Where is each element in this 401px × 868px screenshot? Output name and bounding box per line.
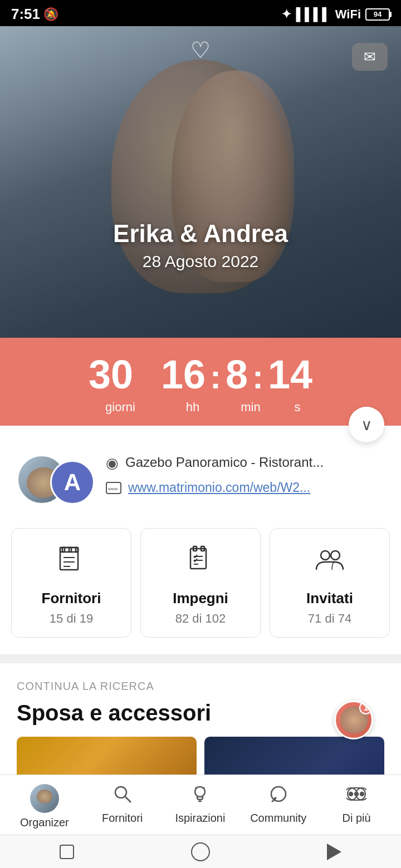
bluetooth-icon: ✦ (281, 7, 291, 22)
countdown-days: 30 (89, 354, 133, 394)
community-icon (268, 784, 288, 808)
status-bar: 7:51 🔕 ✦ ▌▌▌▌ WiFi 94 (0, 0, 401, 26)
hero-text: Erika & Andrea 28 Agosto 2022 (0, 220, 401, 271)
nav-label-organizer: Organizer (20, 816, 69, 829)
notification-badge: 1 (359, 701, 373, 714)
scroll-down-button[interactable]: ∨ (349, 407, 384, 442)
svg-point-25 (271, 787, 286, 801)
nav-item-fornitori[interactable]: Fornitori (95, 784, 150, 829)
info-section: A ◉ Gazebo Panoramico - Ristorant... www… (0, 426, 401, 522)
venue-location-text[interactable]: Gazebo Panoramico - Ristorant... (125, 453, 324, 471)
nav-item-community[interactable]: Community (250, 784, 306, 829)
invitati-icon (315, 545, 344, 581)
fornitori-title: Fornitori (42, 590, 101, 607)
signal-icon: ▌▌▌▌ (296, 7, 330, 22)
sys-recent-button[interactable] (322, 840, 346, 864)
chevron-down-icon: ∨ (361, 416, 373, 434)
search-section-relative: Sposa e accessori 1 (17, 701, 384, 726)
location-icon: ◉ (106, 455, 119, 472)
countdown-minutes: 8 (226, 354, 248, 394)
venue-location-row: ◉ Gazebo Panoramico - Ristorant... (106, 453, 384, 472)
wedding-date: 28 Agosto 2022 (0, 252, 401, 271)
system-nav (0, 835, 401, 868)
countdown-labels: giorni hh min s (11, 400, 390, 415)
status-right: ✦ ▌▌▌▌ WiFi 94 (281, 7, 390, 22)
countdown-row: 30 16 : 8 : 14 (11, 354, 390, 394)
notification-bubble[interactable]: 1 (334, 701, 373, 739)
battery-icon: 94 (365, 8, 390, 21)
wifi-icon: WiFi (335, 7, 361, 22)
mail-button[interactable]: ✉ (352, 43, 388, 71)
cards-section: Fornitori 15 di 19 Impegni 82 di 102 (0, 522, 401, 654)
label-hours: hh (165, 400, 221, 415)
mute-icon: 🔕 (43, 7, 58, 22)
invitati-subtitle: 71 di 74 (308, 611, 351, 626)
card-fornitori[interactable]: Fornitori 15 di 19 (11, 528, 131, 638)
venue-web-row: www www.matrimonio.com/web/W2... (106, 480, 384, 498)
nav-label-di-piu: Di più (343, 812, 371, 825)
fornitori-subtitle: 15 di 19 (50, 611, 93, 626)
countdown-seconds: 14 (268, 354, 312, 394)
countdown-section: 30 16 : 8 : 14 giorni hh min s ∨ (0, 338, 401, 426)
countdown-spacer1 (144, 365, 152, 393)
lightbulb-icon (190, 784, 210, 808)
status-left: 7:51 🔕 (11, 6, 58, 23)
web-icon: www (106, 481, 121, 498)
card-invitati[interactable]: Invitati 71 di 74 (270, 528, 390, 638)
svg-point-26 (349, 792, 353, 796)
countdown-sep2: : (252, 361, 263, 394)
svg-point-18 (115, 787, 126, 798)
svg-text:www: www (107, 486, 118, 491)
svg-point-16 (321, 551, 330, 560)
section-divider (0, 654, 401, 663)
svg-point-17 (331, 551, 340, 560)
impegni-title: Impegni (173, 590, 228, 607)
svg-point-28 (360, 792, 364, 796)
hero-section: ♡ ✉ Erika & Andrea 28 Agosto 2022 (0, 26, 401, 338)
venue-web-link[interactable]: www.matrimonio.com/web/W2... (128, 480, 310, 496)
svg-line-19 (125, 797, 131, 802)
avatar-letter: A (50, 460, 95, 505)
venue-info: ◉ Gazebo Panoramico - Ristorant... www w… (106, 453, 384, 506)
sys-circle-icon (191, 842, 210, 861)
organizer-avatar (30, 784, 59, 813)
sys-home-button[interactable] (188, 840, 213, 864)
fornitori-icon (57, 545, 86, 581)
card-impegni[interactable]: Impegni 82 di 102 (140, 528, 261, 638)
status-time: 7:51 (11, 6, 40, 23)
search-icon (113, 784, 133, 808)
nav-item-organizer[interactable]: Organizer (17, 784, 72, 829)
hero-top-bar: ♡ ✉ (0, 37, 401, 63)
countdown-hours: 16 (161, 354, 206, 394)
impegni-icon (186, 545, 215, 581)
mail-icon: ✉ (364, 48, 376, 66)
search-title: Sposa e accessori (17, 701, 384, 726)
sys-triangle-icon (327, 844, 341, 860)
bottom-nav: Organizer Fornitori Ispirazioni (0, 775, 401, 835)
label-seconds: s (281, 400, 314, 415)
svg-line-23 (203, 787, 204, 788)
nav-label-fornitori: Fornitori (102, 812, 143, 825)
label-minutes: min (228, 400, 273, 415)
search-label: CONTINUA LA RICERCA (17, 680, 384, 693)
nav-label-ispirazioni: Ispirazioni (175, 812, 225, 825)
impegni-subtitle: 82 di 102 (175, 611, 226, 626)
heart-icon: ♡ (190, 37, 211, 63)
svg-rect-10 (190, 549, 206, 569)
nav-item-di-piu[interactable]: Di più (329, 784, 384, 829)
svg-line-24 (195, 787, 197, 788)
sys-back-button[interactable] (55, 840, 79, 864)
hero-overlay (0, 26, 401, 338)
couple-names: Erika & Andrea (0, 220, 401, 248)
nav-label-community: Community (250, 812, 306, 825)
invitati-title: Invitati (306, 590, 353, 607)
nav-item-ispirazioni[interactable]: Ispirazioni (172, 784, 228, 829)
label-days: giorni (87, 400, 154, 415)
avatars-group: A (17, 455, 95, 505)
sys-square-icon (60, 845, 74, 859)
more-icon (346, 784, 366, 808)
countdown-sep1: : (210, 361, 221, 394)
